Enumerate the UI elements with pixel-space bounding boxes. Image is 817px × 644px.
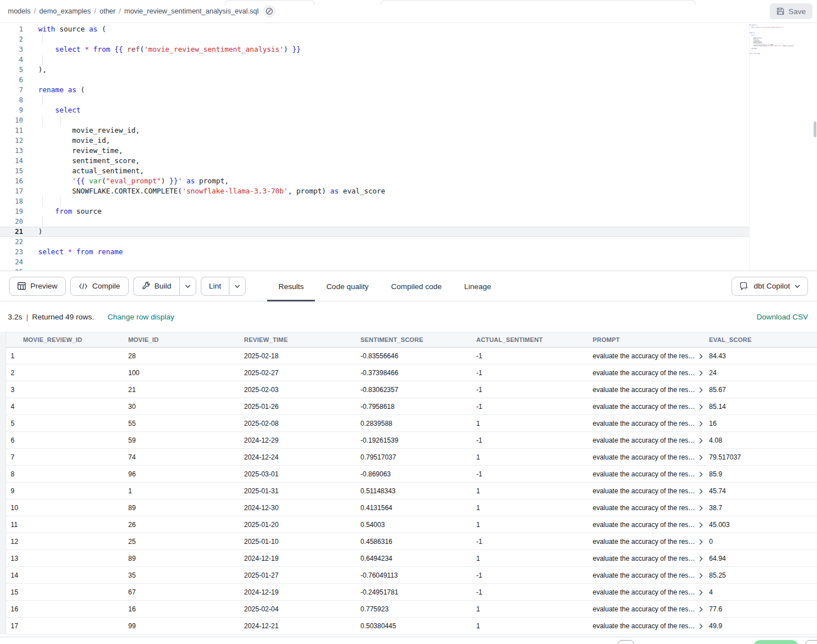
expand-cell-icon[interactable] [699,454,703,461]
expand-cell-icon[interactable] [699,488,703,494]
cell-movie_review_id: 7 [6,453,123,461]
expand-cell-icon[interactable] [699,522,703,528]
prompt-cell-text: evaluate the accuracy of the res… [593,555,695,562]
code-line-4[interactable]: 4 [0,55,749,65]
expand-cell-icon[interactable] [699,353,703,359]
expand-cell-icon[interactable] [699,623,703,629]
tab-results[interactable]: Results [267,271,315,301]
preview-button[interactable]: Preview [9,277,66,296]
breadcrumb-segment[interactable]: models [8,7,30,15]
cell-prompt: evaluate the accuracy of the res… [587,521,703,529]
build-options-dropdown[interactable] [179,277,196,296]
code-line-25[interactable]: 25 [0,267,749,271]
breadcrumb-segment[interactable]: other [100,7,116,15]
sql-code-editor[interactable]: 1with source as (23 select * from {{ ref… [0,23,817,271]
cell-review_time: 2025-01-20 [238,521,355,529]
cell-prompt: evaluate the accuracy of the res… [587,470,703,478]
cell-review_time: 2024-12-19 [238,588,355,596]
expand-cell-icon[interactable] [699,438,703,444]
code-line-12[interactable]: 12 movie_id, [0,136,749,146]
expand-cell-icon[interactable] [699,589,703,596]
save-button[interactable]: Save [770,3,813,19]
expand-cell-icon[interactable] [699,556,703,562]
code-line-11[interactable]: 11 movie_review_id, [0,125,749,136]
code-line-9[interactable]: 9 select [0,105,749,115]
cell-eval_score: 38.7 [703,504,817,512]
cell-movie_id: 99 [123,622,238,630]
lint-button[interactable]: Lint [201,277,229,296]
code-line-23[interactable]: 23select * from rename [0,247,749,257]
chevron-down-icon [185,285,191,288]
footer-button[interactable] [617,640,634,644]
code-line-16[interactable]: 16 '{{ var("eval_prompt") }}' as prompt, [0,176,749,186]
expand-cell-icon[interactable] [699,573,703,579]
code-line-19[interactable]: 19 from source [0,206,749,217]
indent-guide [42,115,43,125]
cell-movie_review_id: 15 [6,588,123,596]
code-text: movie_id, [38,136,110,145]
breadcrumb-segment[interactable]: demo_examples [39,7,91,15]
code-line-24[interactable]: 24 [0,257,749,267]
cell-actual_sentiment: -1 [471,352,587,360]
code-line-3[interactable]: 3 select * from {{ ref('movie_review_sen… [0,44,749,55]
code-line-17[interactable]: 17 SNOWFLAKE.CORTEX.COMPLETE('snowflake-… [0,186,749,196]
line-number: 4 [0,55,23,65]
cell-movie_id: 89 [123,504,238,512]
code-line-18[interactable]: 18 [0,196,749,206]
code-line-10[interactable]: 10 [0,115,749,125]
lint-button-group: Lint [201,277,246,296]
expand-cell-icon[interactable] [699,505,703,511]
code-line-21[interactable]: 21) [0,227,749,237]
result-tabs: ResultsCode qualityCompiled codeLineage [267,271,502,301]
code-line-6[interactable]: 6 [0,75,749,85]
cell-eval_score: 84.43 [703,352,817,360]
code-line-1[interactable]: 1with source as ( [0,24,749,34]
cell-review_time: 2024-12-29 [238,436,355,444]
cell-prompt: evaluate the accuracy of the res… [587,555,703,562]
expand-cell-icon[interactable] [699,421,703,427]
code-line-13[interactable]: 13 review_time, [0,146,749,156]
footer-primary-button[interactable] [753,640,798,644]
code-line-22[interactable]: 22 [0,237,749,247]
cell-prompt: evaluate the accuracy of the res… [587,436,703,444]
expand-cell-icon[interactable] [699,387,703,393]
cell-review_time: 2024-12-19 [238,555,355,562]
cell-movie_id: 16 [123,605,238,613]
download-csv-link[interactable]: Download CSV [756,313,808,321]
table-row: 1282025-02-18-0.83556646-1evaluate the a… [6,348,817,364]
tab-code-quality[interactable]: Code quality [315,271,380,301]
change-row-display-link[interactable]: Change row display [107,313,174,321]
code-line-20[interactable]: 20 [0,217,749,227]
dbt-copilot-button[interactable]: dbt Copilot [732,277,808,296]
expand-cell-icon[interactable] [699,606,703,613]
cell-sentiment_score: 0.2839588 [355,420,471,427]
editor-scrollbar-thumb[interactable] [814,121,816,137]
cell-movie_review_id: 3 [6,386,123,394]
expand-cell-icon[interactable] [699,370,703,376]
line-number: 25 [0,267,23,271]
expand-cell-icon[interactable] [699,404,703,410]
indent-guide [42,95,43,105]
compile-button[interactable]: Compile [70,277,129,296]
expand-cell-icon[interactable] [699,539,703,545]
code-line-14[interactable]: 14 sentiment_score, [0,156,749,166]
expand-cell-icon[interactable] [699,471,703,478]
lint-options-dropdown[interactable] [229,277,246,296]
breadcrumb-segment[interactable]: movie_review_sentiment_analysis_eval.sql [124,7,259,15]
minimap[interactable]: with source as ( select * from {{ ref('m… [749,24,813,57]
code-text: select * from {{ ref('movie_review_senti… [38,45,301,53]
file-state-button[interactable] [263,5,276,17]
build-button[interactable]: Build [133,277,179,296]
cell-prompt: evaluate the accuracy of the res… [587,605,703,613]
lint-button-label: Lint [209,282,222,290]
cell-sentiment_score: 0.4131564 [355,504,471,512]
line-number: 16 [0,176,23,186]
tab-lineage[interactable]: Lineage [453,271,503,301]
code-line-2[interactable]: 2 [0,34,749,44]
code-line-8[interactable]: 8 [0,95,749,105]
footer-button[interactable] [805,640,817,644]
code-line-15[interactable]: 15 actual_sentiment, [0,166,749,176]
code-line-5[interactable]: 5), [0,65,749,75]
code-line-7[interactable]: 7rename as ( [0,85,749,95]
tab-compiled-code[interactable]: Compiled code [380,271,453,301]
